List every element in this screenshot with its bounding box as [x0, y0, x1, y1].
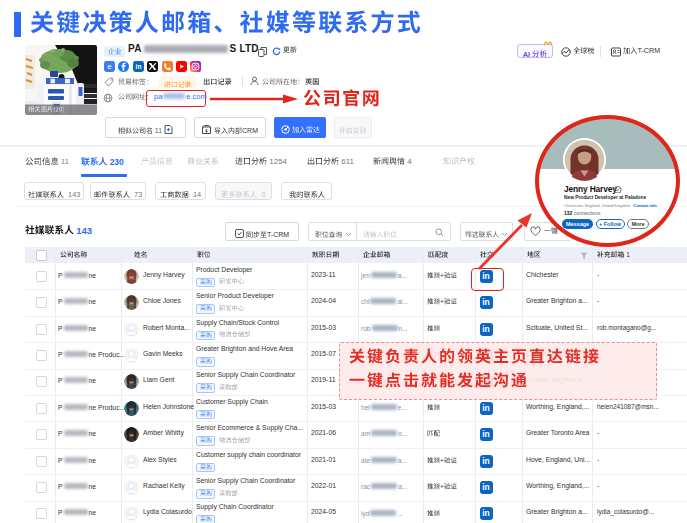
svg-text:in: in [135, 63, 141, 70]
svg-text:e: e [107, 62, 112, 71]
